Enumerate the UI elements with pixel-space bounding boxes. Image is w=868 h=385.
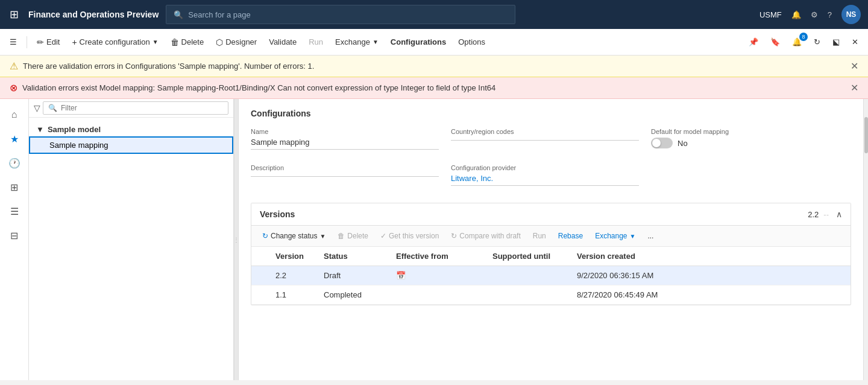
row-version-1: 2.2 — [269, 266, 318, 285]
versions-exchange-label: Exchange — [595, 232, 627, 240]
detail-panel: Configurations Name Sample mapping Count… — [239, 99, 863, 380]
error-close[interactable]: ✕ — [851, 82, 858, 94]
row-r-2 — [251, 285, 269, 305]
create-config-chevron[interactable]: ▼ — [153, 39, 159, 45]
default-field: Default for model mapping No — [651, 123, 851, 159]
col-header-supported-until[interactable]: Supported until — [486, 247, 571, 266]
grid-menu-icon[interactable]: ⊞ — [7, 5, 21, 24]
row-created-1: 9/2/2020 06:36:15 AM — [571, 266, 851, 285]
versions-delete-button[interactable]: 🗑 Delete — [333, 229, 373, 243]
row-status-2: Completed — [318, 285, 390, 305]
app-title: Finance and Operations Preview — [28, 10, 159, 19]
calendar-icon-1[interactable]: 📅 — [396, 271, 406, 280]
col-header-version-created[interactable]: Version created — [571, 247, 851, 266]
bookmark-icon[interactable]: 🔖 — [766, 34, 785, 50]
versions-collapse-icon[interactable]: ∧ — [836, 209, 842, 219]
versions-run-button[interactable]: Run — [528, 229, 551, 243]
hamburger-button[interactable]: ☰ — [5, 34, 22, 50]
col-header-version[interactable]: Version — [269, 247, 318, 266]
change-status-chevron[interactable]: ▼ — [319, 233, 326, 240]
compare-draft-button[interactable]: ↻ Compare with draft — [446, 229, 525, 243]
toggle-thumb — [652, 139, 661, 147]
rebase-button[interactable]: Rebase — [553, 229, 588, 243]
popout-icon[interactable]: ⬕ — [828, 34, 844, 50]
row-supported-2 — [486, 285, 571, 305]
edit-label: Edit — [46, 37, 60, 46]
sidebar-star-icon[interactable]: ★ — [4, 128, 25, 150]
row-effective-2 — [390, 285, 486, 305]
create-config-button[interactable]: + Create configuration ▼ — [67, 34, 163, 51]
compare-draft-label: Compare with draft — [459, 232, 520, 240]
col-header-status[interactable]: Status — [318, 247, 390, 266]
sidebar-calendar-icon[interactable]: ⊞ — [4, 176, 25, 198]
avatar[interactable]: NS — [841, 5, 861, 24]
refresh-icon[interactable]: ↻ — [809, 34, 825, 50]
designer-label: Designer — [225, 37, 257, 46]
get-version-icon: ✓ — [380, 232, 386, 240]
config-provider-field: Configuration provider Litware, Inc. — [451, 159, 651, 196]
edit-button[interactable]: ✏ Edit — [32, 34, 64, 51]
run-button[interactable]: Run — [304, 34, 328, 50]
options-tab[interactable]: Options — [453, 34, 490, 50]
run-label: Run — [309, 37, 323, 46]
name-value[interactable]: Sample mapping — [251, 138, 439, 150]
validate-button[interactable]: Validate — [264, 34, 301, 50]
rebase-label: Rebase — [558, 232, 583, 240]
table-row[interactable]: 2.2 Draft 📅 9/2/2020 06:36:15 AM — [251, 266, 851, 285]
search-input[interactable] — [188, 10, 508, 19]
designer-button[interactable]: ⬡ Designer — [211, 34, 262, 51]
warning-text: There are validation errors in Configura… — [23, 62, 314, 71]
delete-button[interactable]: 🗑 Delete — [166, 34, 209, 51]
col-header-r — [251, 247, 269, 266]
notifications-badge[interactable]: 🔔 8 — [787, 34, 807, 50]
row-r-1 — [251, 266, 269, 285]
badge-count: 8 — [799, 33, 808, 41]
sidebar-filter-icon[interactable]: ☰ — [4, 200, 25, 222]
country-value[interactable] — [451, 138, 639, 141]
configurations-tab[interactable]: Configurations — [386, 34, 451, 50]
versions-exchange-button[interactable]: Exchange ▼ — [590, 229, 640, 243]
table-row[interactable]: 1.1 Completed 8/27/2020 06:45:49 AM — [251, 285, 851, 305]
exchange-chevron[interactable]: ▼ — [373, 39, 379, 45]
pin-icon[interactable]: 📌 — [744, 34, 763, 50]
tree-group[interactable]: ▼ Sample model — [29, 122, 233, 136]
tree-item-sample-mapping[interactable]: Sample mapping — [29, 136, 233, 154]
panel-splitter[interactable]: ⋮ — [234, 99, 239, 380]
config-provider-value[interactable]: Litware, Inc. — [451, 174, 639, 186]
description-label: Description — [251, 164, 439, 171]
designer-icon: ⬡ — [216, 37, 223, 47]
toggle-track[interactable] — [651, 138, 673, 148]
cmd-right-icons: 📌 🔖 🔔 8 ↻ ⬕ ✕ — [744, 34, 863, 50]
col-header-effective-from[interactable]: Effective from — [390, 247, 486, 266]
filter-input[interactable] — [61, 104, 223, 112]
close-icon[interactable]: ✕ — [847, 34, 863, 50]
search-bar[interactable]: 🔍 — [166, 5, 515, 24]
tree-content: ▼ Sample model Sample mapping — [29, 118, 233, 159]
exchange-button[interactable]: Exchange ▼ — [330, 34, 383, 50]
tree-filter-bar[interactable]: 🔍 — [43, 101, 228, 115]
version-sep: -- — [823, 210, 829, 219]
more-options-label: ... — [647, 232, 653, 240]
versions-run-label: Run — [533, 232, 546, 240]
sidebar-clock-icon[interactable]: 🕐 — [4, 152, 25, 174]
scrollbar[interactable] — [863, 99, 868, 380]
default-toggle[interactable]: No — [651, 138, 839, 148]
warning-close[interactable]: ✕ — [851, 60, 858, 72]
versions-delete-label: Delete — [347, 232, 368, 240]
description-value[interactable] — [251, 174, 439, 177]
help-icon[interactable]: ? — [828, 10, 832, 19]
versions-exchange-chevron[interactable]: ▼ — [630, 233, 636, 240]
change-status-label: Change status — [271, 232, 317, 240]
notification-icon[interactable]: 🔔 — [791, 10, 801, 19]
alert-error: ⊗ Validation errors exist Model mapping:… — [0, 77, 868, 99]
scroll-thumb[interactable] — [864, 117, 868, 153]
get-this-version-button[interactable]: ✓ Get this version — [376, 229, 444, 243]
get-this-version-label: Get this version — [389, 232, 439, 240]
tree-filter-icon[interactable]: ▽ — [34, 103, 40, 113]
delete-label: Delete — [181, 37, 204, 46]
sidebar-home-icon[interactable]: ⌂ — [4, 104, 25, 126]
sidebar-grid-icon[interactable]: ⊟ — [4, 224, 25, 246]
more-options-button[interactable]: ... — [643, 229, 658, 243]
change-status-button[interactable]: ↻ Change status ▼ — [257, 229, 330, 243]
settings-icon[interactable]: ⚙ — [811, 10, 818, 19]
